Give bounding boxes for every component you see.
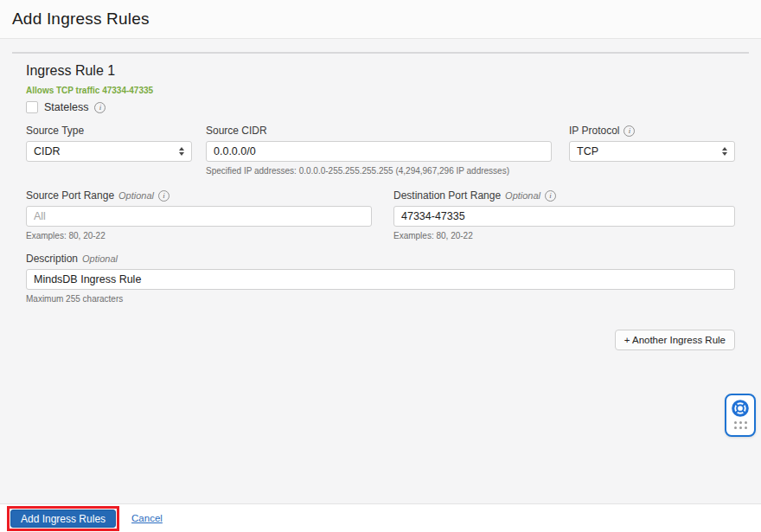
help-widget[interactable] bbox=[725, 394, 756, 437]
info-icon[interactable]: i bbox=[624, 125, 635, 137]
page-title: Add Ingress Rules bbox=[12, 10, 150, 29]
ip-protocol-label: IP Protocol bbox=[569, 125, 619, 137]
source-cidr-input[interactable] bbox=[206, 141, 552, 162]
description-label: Description bbox=[26, 253, 78, 265]
source-type-field: Source Type CIDR bbox=[26, 125, 192, 176]
source-type-select[interactable]: CIDR bbox=[26, 141, 192, 162]
source-port-range-label: Source Port Range bbox=[26, 189, 114, 202]
stateless-checkbox[interactable] bbox=[26, 101, 38, 113]
source-cidr-helper: Specified IP addresses: 0.0.0.0-255.255.… bbox=[206, 166, 552, 176]
optional-tag: Optional bbox=[505, 190, 540, 201]
page-header: Add Ingress Rules bbox=[0, 0, 761, 39]
description-input[interactable] bbox=[26, 269, 735, 290]
description-field: Description Optional Maximum 255 charact… bbox=[26, 253, 735, 304]
source-cidr-label: Source CIDR bbox=[206, 125, 267, 137]
ip-protocol-field: IP Protocol i TCP bbox=[569, 125, 735, 176]
source-port-range-helper: Examples: 80, 20-22 bbox=[26, 231, 372, 240]
destination-port-range-helper: Examples: 80, 20-22 bbox=[393, 231, 735, 240]
info-icon[interactable]: i bbox=[158, 190, 169, 202]
source-type-label: Source Type bbox=[26, 125, 84, 137]
description-helper: Maximum 255 characters bbox=[26, 294, 735, 304]
drag-handle-dots-icon[interactable] bbox=[734, 421, 747, 429]
another-rule-row: + Another Ingress Rule bbox=[26, 330, 735, 350]
ip-protocol-value: TCP bbox=[577, 145, 598, 157]
source-cidr-field: Source CIDR Specified IP addresses: 0.0.… bbox=[206, 125, 552, 176]
optional-tag: Optional bbox=[82, 253, 118, 264]
form-row-1: Source Type CIDR Source CIDR Specified I… bbox=[26, 125, 735, 176]
another-ingress-rule-button[interactable]: + Another Ingress Rule bbox=[615, 330, 735, 350]
source-type-value: CIDR bbox=[34, 145, 61, 157]
info-icon[interactable]: i bbox=[545, 190, 556, 202]
rule-traffic-note: Allows TCP traffic 47334-47335 bbox=[26, 86, 735, 95]
lifebuoy-help-icon bbox=[731, 399, 750, 418]
form-row-2: Source Port Range Optional i Examples: 8… bbox=[26, 189, 735, 240]
destination-port-range-label: Destination Port Range bbox=[393, 189, 501, 202]
cancel-link[interactable]: Cancel bbox=[131, 513, 163, 523]
chevron-up-down-icon bbox=[179, 147, 184, 156]
source-port-range-field: Source Port Range Optional i Examples: 8… bbox=[26, 189, 372, 240]
rule-heading: Ingress Rule 1 bbox=[26, 63, 735, 79]
stateless-label: Stateless bbox=[44, 101, 88, 113]
ip-protocol-select[interactable]: TCP bbox=[569, 141, 735, 162]
destination-port-range-input[interactable] bbox=[393, 206, 735, 227]
source-port-range-input[interactable] bbox=[26, 206, 372, 227]
stateless-row: Stateless i bbox=[26, 101, 735, 113]
ingress-rule-card: Ingress Rule 1 Allows TCP traffic 47334-… bbox=[12, 52, 749, 350]
destination-port-range-field: Destination Port Range Optional i Exampl… bbox=[393, 189, 735, 240]
form-row-3: Description Optional Maximum 255 charact… bbox=[26, 253, 735, 304]
optional-tag: Optional bbox=[118, 190, 154, 201]
info-icon[interactable]: i bbox=[94, 102, 106, 113]
footer-action-bar: Add Ingress Rules Cancel bbox=[0, 503, 761, 532]
annotation-highlight: Add Ingress Rules bbox=[7, 506, 119, 531]
add-ingress-rules-button[interactable]: Add Ingress Rules bbox=[10, 510, 116, 528]
chevron-up-down-icon bbox=[722, 147, 727, 156]
main-content: Ingress Rule 1 Allows TCP traffic 47334-… bbox=[0, 52, 761, 350]
